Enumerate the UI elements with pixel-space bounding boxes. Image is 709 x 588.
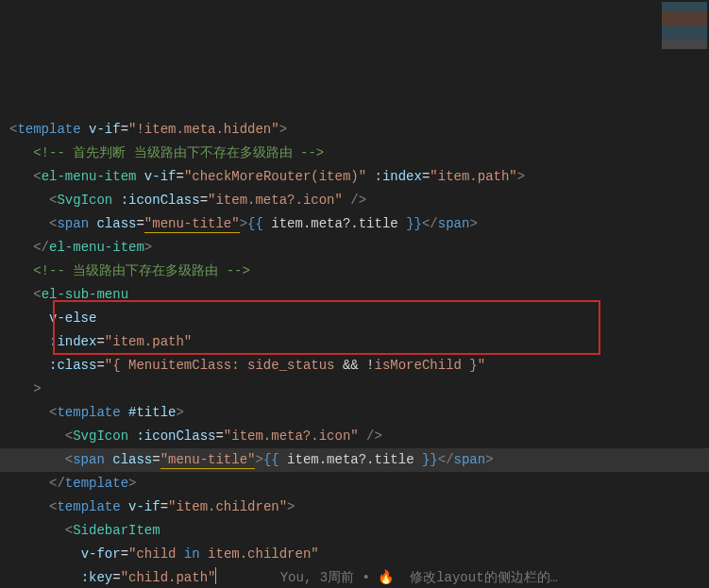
git-blame-annotation: You, 3周前 • 🔥 修改layout的侧边栏的… <box>280 570 558 585</box>
code-editor[interactable]: <template v-if="!item.meta.hidden"> <!--… <box>0 0 709 588</box>
flame-icon: 🔥 <box>378 570 394 585</box>
minimap[interactable] <box>662 2 707 49</box>
text-cursor <box>215 567 216 584</box>
code-content: <template v-if="!item.meta.hidden"> <!--… <box>9 94 709 588</box>
